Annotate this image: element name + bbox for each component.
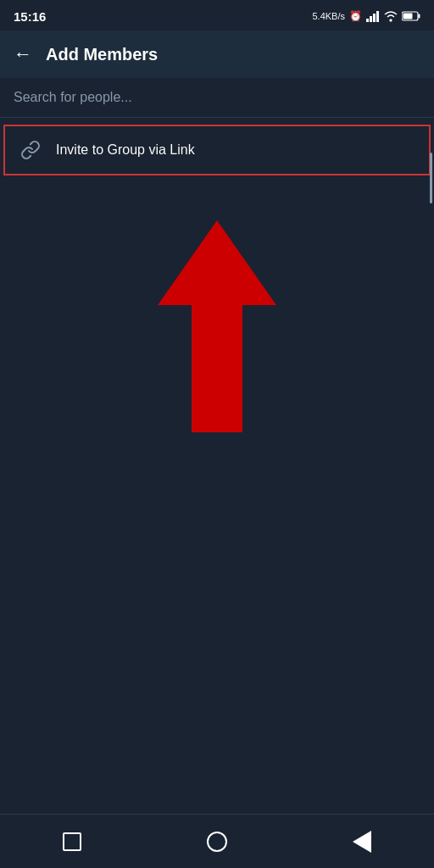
svg-rect-5 — [419, 14, 420, 19]
status-time: 15:16 — [14, 9, 46, 24]
search-input[interactable] — [14, 86, 420, 108]
recent-apps-button[interactable] — [54, 824, 90, 860]
wifi-icon — [384, 10, 398, 22]
divider-top — [0, 117, 434, 118]
alarm-icon: ⏰ — [349, 10, 362, 22]
back-nav-icon — [353, 831, 371, 853]
annotation-arrow — [158, 220, 276, 432]
invite-label: Invite to Group via Link — [56, 142, 195, 158]
status-icons: 5.4KB/s ⏰ — [312, 10, 420, 22]
status-bar: 15:16 5.4KB/s ⏰ — [0, 0, 434, 31]
svg-rect-0 — [366, 19, 369, 22]
home-button[interactable] — [198, 823, 236, 860]
svg-rect-3 — [376, 11, 379, 22]
network-speed: 5.4KB/s — [312, 11, 345, 21]
svg-rect-6 — [403, 14, 413, 19]
recent-apps-icon — [63, 832, 81, 851]
invite-to-group-button[interactable]: Invite to Group via Link — [3, 125, 431, 175]
home-icon — [207, 832, 227, 852]
battery-icon — [402, 11, 420, 21]
back-nav-button[interactable] — [344, 822, 380, 861]
svg-rect-1 — [370, 16, 372, 22]
svg-rect-2 — [373, 14, 376, 22]
svg-marker-7 — [158, 220, 276, 432]
back-button[interactable]: ← — [14, 43, 32, 65]
header: ← Add Members — [0, 31, 434, 78]
scrollbar[interactable] — [430, 153, 432, 203]
page-title: Add Members — [46, 45, 158, 64]
search-container — [0, 78, 434, 117]
link-icon — [19, 138, 42, 162]
nav-bar — [0, 814, 434, 868]
signal-icon — [366, 10, 380, 22]
